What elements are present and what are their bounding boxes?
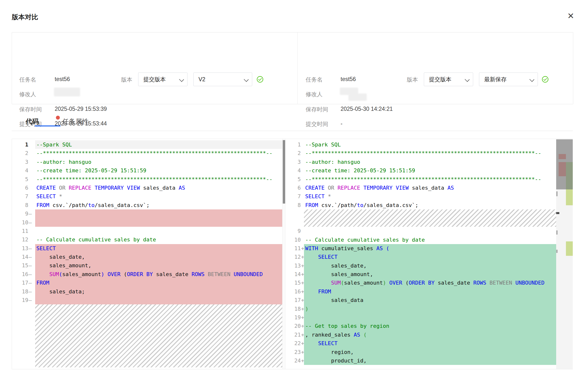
code-line-content: sales_date, — [304, 262, 556, 270]
line-number-gutter: 5 — [286, 175, 304, 184]
code-line[interactable]: 7SELECT * — [12, 192, 282, 201]
version-value-select-right[interactable]: 最新保存 — [479, 72, 538, 86]
code-line[interactable]: 15– sales_amount, — [12, 261, 282, 270]
code-line[interactable]: 4--create time: 2025-05-29 15:51:59 — [286, 166, 556, 175]
code-line[interactable]: 10-- Calculate cumulative sales by date — [286, 236, 556, 244]
minimap-overview-ruler[interactable] — [556, 139, 573, 369]
code-line[interactable]: 5--*************************************… — [12, 175, 282, 184]
line-number-gutter: 11 — [12, 227, 35, 235]
line-number-gutter: 8 — [12, 201, 35, 210]
code-line[interactable]: 21+, ranked_sales AS ( — [286, 330, 556, 339]
code-line-content: sales_data — [304, 296, 556, 304]
line-number-gutter: 19– — [12, 296, 35, 304]
save-time-label: 保存时间 — [19, 106, 42, 113]
code-line[interactable]: 18– sales_data; — [12, 287, 282, 296]
version-compare-dialog: 版本对比 ✕ 任务名 test56 版本 提交版本 V2 修改人 保存时间 20… — [0, 0, 584, 392]
code-diff-panel: 1--Spark SQL2--*************************… — [12, 139, 573, 369]
code-line[interactable]: 18+) — [286, 304, 556, 313]
code-line[interactable]: 14+ sales_amount, — [286, 270, 556, 278]
code-line-content: --Spark SQL — [35, 140, 282, 149]
code-line[interactable]: 23+ region, — [286, 348, 556, 356]
code-line[interactable]: 6CREATE OR REPLACE TEMPORARY VIEW sales_… — [286, 184, 556, 192]
code-line[interactable]: 16+ FROM — [286, 287, 556, 296]
code-line[interactable]: 1--Spark SQL — [12, 140, 282, 149]
left-editor-scrollbar[interactable] — [282, 139, 285, 369]
code-line[interactable]: 12-- Calculate cumulative sales by date — [12, 235, 282, 244]
tab-code[interactable]: 代码 — [26, 117, 39, 126]
version-label: 版本 — [407, 76, 418, 84]
line-number-gutter: 14– — [12, 253, 35, 261]
task-name-value: test56 — [55, 76, 70, 82]
code-line-content: ) — [304, 304, 556, 313]
code-line[interactable]: 12+ SELECT — [286, 253, 556, 261]
line-number-gutter: 21+ — [286, 330, 304, 339]
close-icon[interactable]: ✕ — [568, 12, 574, 20]
code-line[interactable]: 2--*************************************… — [12, 149, 282, 158]
code-line-content — [35, 210, 282, 218]
code-line[interactable]: 3--author: hansguo — [286, 158, 556, 166]
code-line-content — [304, 227, 556, 235]
code-line[interactable]: 17–FROM — [12, 278, 282, 287]
left-version-info: 任务名 test56 版本 提交版本 V2 修改人 保存时间 2025-05-2… — [12, 32, 297, 104]
code-line[interactable]: 5--*************************************… — [286, 175, 556, 184]
code-line[interactable]: 20+-- Get top sales by region — [286, 322, 556, 330]
left-code-editor[interactable]: 1--Spark SQL2--*************************… — [12, 139, 282, 369]
scrollbar-thumb[interactable] — [283, 140, 285, 204]
code-line[interactable]: 13–SELECT — [12, 244, 282, 253]
code-line-content: region, — [304, 348, 556, 356]
line-number-gutter — [12, 304, 35, 367]
code-line[interactable]: 11+WITH cumulative_sales AS ( — [286, 244, 556, 253]
right-code-editor[interactable]: 1--Spark SQL2--*************************… — [285, 139, 556, 369]
line-number-gutter: 13– — [12, 244, 35, 253]
code-line[interactable]: 19– — [12, 296, 282, 304]
version-type-select-right[interactable]: 提交版本 — [424, 72, 473, 86]
code-line-content: sales_date, — [35, 253, 282, 261]
minimap-diff-mark — [556, 250, 558, 253]
code-line[interactable]: 8FROM csv.`/path/to/sales_data.csv`; — [286, 201, 556, 210]
code-line[interactable]: 3--author: hansguo — [12, 158, 282, 166]
tab-task-properties[interactable]: 任务属性 — [62, 117, 89, 126]
code-line[interactable]: 4--create time: 2025-05-29 15:51:59 — [12, 166, 282, 175]
code-line[interactable]: 14– sales_date, — [12, 253, 282, 261]
editor-value-redacted — [54, 88, 80, 96]
code-line[interactable]: 16– SUM(sales_amount) OVER (ORDER BY sal… — [12, 270, 282, 278]
active-tab-underline — [35, 126, 60, 126]
code-line-content: -- Calculate cumulative sales by date — [304, 236, 556, 244]
code-line[interactable]: 15+ SUM(sales_amount) OVER (ORDER BY sal… — [286, 278, 556, 287]
version-value: 最新保存 — [484, 76, 506, 83]
line-number-gutter: 16– — [12, 270, 35, 278]
code-line-content: --**************************************… — [304, 149, 556, 158]
code-line-content: --**************************************… — [304, 175, 556, 184]
code-line-content — [304, 313, 556, 322]
line-number-gutter: 4 — [286, 166, 304, 175]
line-number-gutter: 7 — [286, 192, 304, 201]
code-line[interactable]: 19+ — [286, 313, 556, 322]
line-number-gutter — [286, 210, 304, 227]
code-line[interactable]: 10– — [12, 218, 282, 227]
version-value-select-left[interactable]: V2 — [193, 72, 252, 86]
code-line-content: --author: hansguo — [35, 158, 282, 166]
version-type-select-left[interactable]: 提交版本 — [138, 72, 188, 86]
line-number-gutter: 3 — [12, 158, 35, 166]
line-number-gutter: 15+ — [286, 278, 304, 287]
code-line[interactable]: 9 — [286, 227, 556, 235]
code-line-content: -- Get top sales by region — [304, 322, 556, 330]
code-line[interactable]: 9– — [12, 210, 282, 218]
code-line[interactable]: 11 — [12, 227, 282, 235]
line-number-gutter: 19+ — [286, 313, 304, 322]
code-line-content: -- Calculate cumulative sales by date — [35, 235, 282, 244]
code-line[interactable]: 6CREATE OR REPLACE TEMPORARY VIEW sales_… — [12, 184, 282, 192]
code-line[interactable]: 1--Spark SQL — [286, 140, 556, 149]
line-number-gutter: 2 — [286, 149, 304, 158]
code-line-content: sales_amount, — [304, 270, 556, 278]
code-line-content: SELECT * — [35, 192, 282, 201]
code-line[interactable]: 17+ sales_data — [286, 296, 556, 304]
line-number-gutter: 24+ — [286, 356, 304, 365]
code-line[interactable]: 24+ product_id, — [286, 356, 556, 365]
code-line[interactable]: 8FROM csv.`/path/to/sales_data.csv`; — [12, 201, 282, 210]
code-line[interactable]: 22+ SELECT — [286, 339, 556, 348]
code-line[interactable]: 7SELECT * — [286, 192, 556, 201]
code-line-content: SUM(sales_amount) OVER (ORDER BY sales_d… — [304, 278, 556, 287]
code-line[interactable]: 2--*************************************… — [286, 149, 556, 158]
code-line[interactable]: 13+ sales_date, — [286, 262, 556, 270]
